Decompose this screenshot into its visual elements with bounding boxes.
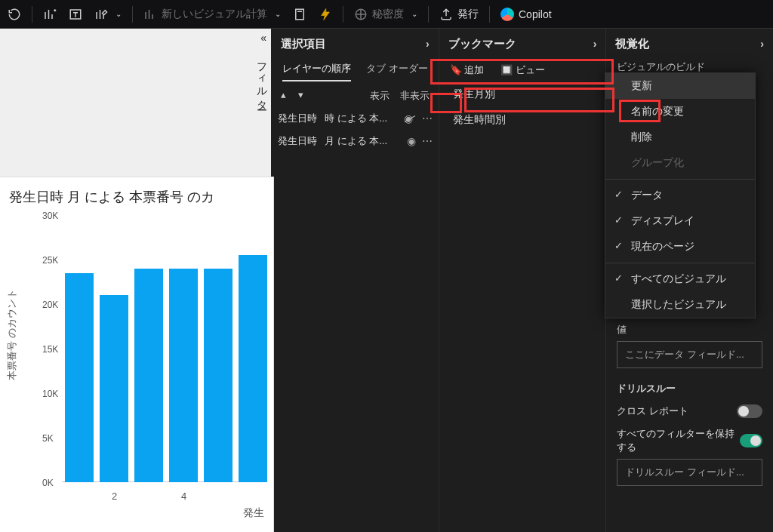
- x-tick-label: 2: [112, 490, 117, 502]
- filters-tab[interactable]: フィルター: [253, 51, 271, 109]
- visualizations-panel-title: 視覚化: [615, 37, 649, 51]
- selection-item[interactable]: 発生日時 時 による 本... ◉ ⋯: [278, 107, 433, 130]
- ctx-data[interactable]: ✓データ: [605, 183, 755, 208]
- chart-bar[interactable]: [204, 269, 233, 482]
- chart-edit-icon[interactable]: ⌄: [90, 3, 126, 26]
- calculator-icon[interactable]: [288, 3, 311, 26]
- bookmark-item[interactable]: 発生月別: [445, 81, 600, 107]
- show-all-button[interactable]: 表示: [370, 89, 390, 103]
- chevron-right-icon[interactable]: ›: [760, 38, 764, 50]
- values-section-label: 値: [612, 315, 767, 341]
- chart-bar[interactable]: [134, 269, 163, 482]
- cross-report-toggle[interactable]: [737, 404, 762, 418]
- hide-all-button[interactable]: 非表示: [400, 89, 430, 103]
- chart-title: 発生日時 月 による 本票番号 のカ: [0, 177, 273, 206]
- y-tick-label: 20K: [42, 300, 58, 310]
- canvas-visual[interactable]: 発生日時 月 による 本票番号 のカ 本票番号 のカウント 発生 0K5K10K…: [0, 177, 273, 532]
- bookmark-item[interactable]: 発生時間別: [445, 107, 600, 133]
- sensitivity-button[interactable]: 秘密度 ⌄: [350, 3, 422, 26]
- copilot-icon: [500, 8, 514, 21]
- y-tick-label: 10K: [42, 389, 58, 399]
- cross-report-label: クロス レポート: [617, 404, 688, 418]
- tab-layer-order[interactable]: レイヤーの順序: [282, 62, 351, 81]
- hidden-icon[interactable]: ◉: [404, 112, 416, 125]
- text-box-icon[interactable]: [64, 3, 87, 26]
- publish-label: 発行: [457, 8, 479, 21]
- drillthrough-section-label: ドリルスルー: [612, 374, 767, 400]
- visible-icon[interactable]: ◉: [407, 135, 416, 147]
- tab-tab-order[interactable]: タブ オーダー: [366, 62, 428, 81]
- copilot-button[interactable]: Copilot: [496, 3, 556, 26]
- chevron-down-icon: ⌄: [115, 10, 122, 18]
- selection-panel-title: 選択項目: [281, 37, 326, 51]
- y-tick-label: 15K: [42, 344, 58, 355]
- chevron-right-icon[interactable]: ›: [593, 38, 597, 50]
- bookmarks-panel-title: ブックマーク: [448, 37, 516, 51]
- ctx-current-page[interactable]: ✓現在のページ: [605, 234, 755, 260]
- bookmarks-panel: ブックマーク › 🔖 追加 🔲 ビュー 発生月別 発生時間別: [439, 29, 607, 532]
- chart-bar[interactable]: [239, 255, 267, 482]
- more-icon[interactable]: ⋯: [422, 112, 433, 125]
- selection-item[interactable]: 発生日時 月 による 本... ◉ ⋯: [278, 130, 433, 152]
- ctx-update[interactable]: 更新: [605, 73, 755, 99]
- bookmark-context-menu: 更新 名前の変更 削除 グループ化 ✓データ ✓ディスプレイ ✓現在のページ ✓…: [605, 72, 756, 318]
- chevron-down-icon: ⌄: [411, 10, 417, 18]
- quick-measure-icon[interactable]: [314, 3, 337, 26]
- panel-collapse-icon[interactable]: «: [260, 32, 266, 44]
- keep-all-filters-toggle[interactable]: [740, 434, 762, 447]
- sensitivity-label: 秘密度: [372, 8, 404, 21]
- y-tick-label: 0K: [42, 478, 54, 488]
- new-visual-calculation-button[interactable]: 新しいビジュアル計算 ⌄: [139, 3, 285, 26]
- y-axis-label: 本票番号 のカウント: [5, 289, 19, 380]
- chart-bar[interactable]: [65, 273, 94, 482]
- y-tick-label: 5K: [42, 433, 54, 444]
- ctx-all-visuals[interactable]: ✓すべてのビジュアル: [605, 266, 755, 292]
- ctx-display[interactable]: ✓ディスプレイ: [605, 208, 755, 234]
- keep-all-filters-label: すべてのフィルターを保持する: [617, 427, 739, 454]
- ctx-selected-visuals[interactable]: 選択したビジュアル: [605, 292, 755, 318]
- x-axis-label: 発生: [243, 506, 264, 520]
- bookmark-add-button[interactable]: 🔖 追加: [450, 63, 485, 77]
- values-field-well[interactable]: ここにデータ フィールド...: [617, 341, 762, 368]
- chevron-down-icon: ⌄: [275, 10, 281, 18]
- chart-new-icon[interactable]: [38, 3, 61, 26]
- copilot-label: Copilot: [519, 8, 552, 20]
- y-tick-label: 30K: [42, 211, 58, 221]
- y-tick-label: 25K: [42, 255, 58, 266]
- top-toolbar: ⌄ 新しいビジュアル計算 ⌄ 秘密度 ⌄ 発行 Copilot: [0, 0, 773, 29]
- move-arrows[interactable]: ▴ ▾: [281, 89, 308, 103]
- ctx-delete[interactable]: 削除: [605, 125, 755, 150]
- drillthrough-field-well[interactable]: ドリルスルー フィールド...: [617, 459, 762, 486]
- ctx-group: グループ化: [605, 150, 755, 176]
- chart-bar[interactable]: [169, 269, 198, 482]
- selection-panel: 選択項目 › レイヤーの順序 タブ オーダー ▴ ▾ 表示 非表示: [272, 29, 439, 532]
- report-canvas: « フィルター 発生日時 月 による 本票番号 のカ 本票番号 のカウント 発生…: [0, 29, 272, 532]
- more-icon[interactable]: ⋯: [422, 135, 433, 147]
- publish-button[interactable]: 発行: [435, 3, 483, 26]
- x-tick-label: 4: [181, 490, 186, 502]
- chart-bar[interactable]: [100, 295, 128, 482]
- refresh-icon[interactable]: [3, 3, 26, 26]
- bookmark-view-button[interactable]: 🔲 ビュー: [500, 63, 545, 77]
- new-visual-calc-label: 新しいビジュアル計算: [162, 8, 267, 21]
- ctx-rename[interactable]: 名前の変更: [605, 99, 755, 125]
- chevron-right-icon[interactable]: ›: [426, 38, 430, 50]
